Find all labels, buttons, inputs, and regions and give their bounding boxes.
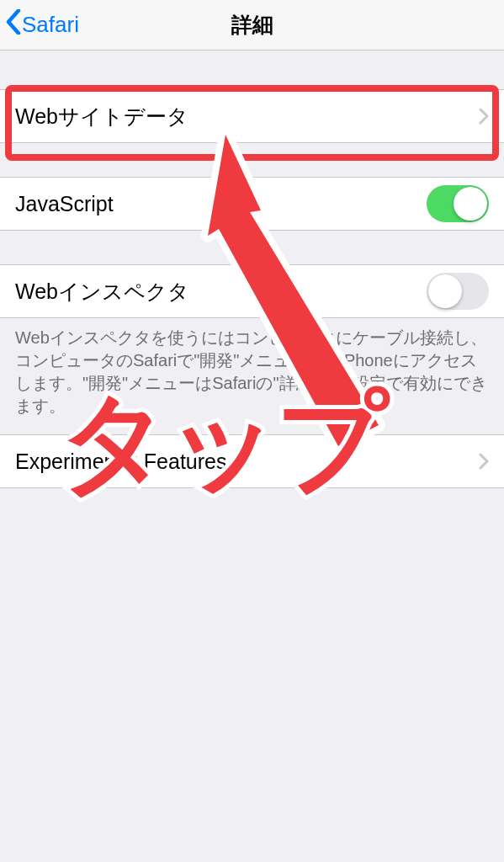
row-website-data[interactable]: Webサイトデータ (0, 89, 504, 143)
row-web-inspector: Webインスペクタ (0, 264, 504, 318)
navbar: Safari 詳細 (0, 0, 504, 51)
back-label: Safari (22, 12, 79, 38)
group-javascript: JavaScript (0, 177, 504, 231)
group-experimental: Experimental Features (0, 434, 504, 488)
toggle-knob (428, 274, 462, 308)
group-web-inspector: Webインスペクタ Webインスペクタを使うにはコンピュータにケーブル接続し、コ… (0, 264, 504, 418)
row-experimental-features[interactable]: Experimental Features (0, 434, 504, 488)
chevron-right-icon (479, 453, 489, 470)
row-label: JavaScript (15, 192, 114, 216)
row-label: Webサイトデータ (15, 103, 188, 130)
row-javascript: JavaScript (0, 177, 504, 231)
row-label: Webインスペクタ (15, 278, 189, 306)
chevron-right-icon (479, 108, 489, 125)
toggle-web-inspector[interactable] (427, 273, 489, 310)
web-inspector-footer: Webインスペクタを使うにはコンピュータにケーブル接続し、コンピュータのSafa… (0, 318, 504, 418)
chevron-left-icon (6, 9, 21, 40)
toggle-javascript[interactable] (427, 185, 489, 222)
group-website-data: Webサイトデータ (0, 89, 504, 143)
toggle-knob (454, 187, 487, 221)
back-button[interactable]: Safari (0, 9, 79, 40)
row-label: Experimental Features (15, 450, 227, 474)
